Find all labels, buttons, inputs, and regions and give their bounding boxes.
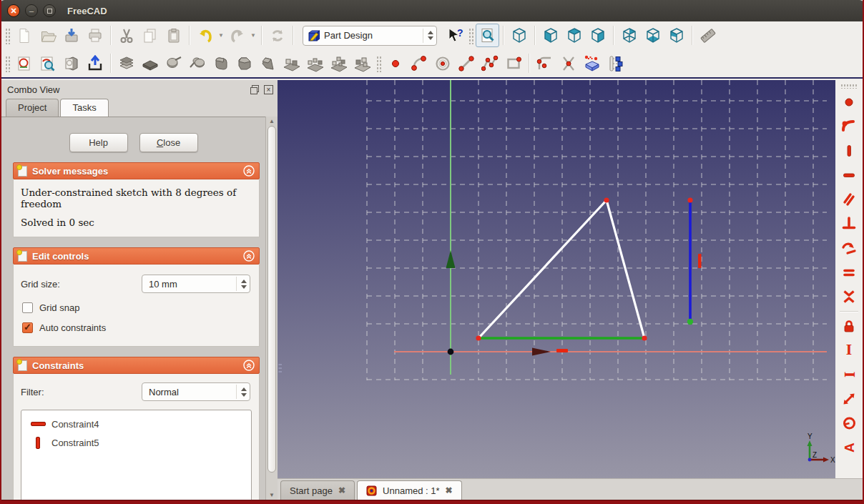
window-close-button[interactable]: ✕ — [7, 4, 20, 17]
sketch-circle-button[interactable] — [431, 51, 454, 75]
3d-viewport[interactable]: Y X Z — [278, 80, 835, 478]
toolbar-grip[interactable] — [468, 27, 474, 44]
constraint-horizontal-button[interactable] — [838, 164, 860, 186]
view-left-button[interactable] — [664, 24, 688, 47]
measure-distance-button[interactable] — [696, 24, 720, 47]
constraint-angle-button[interactable]: A — [838, 437, 860, 458]
workbench-selector-arrows[interactable] — [423, 29, 433, 43]
constraint-parallel-button[interactable] — [838, 189, 860, 210]
undo-button[interactable] — [193, 24, 217, 47]
constraint-distance-x-button[interactable]: I — [838, 364, 860, 385]
refresh-button[interactable] — [265, 24, 289, 47]
view-sketch-button[interactable] — [59, 51, 83, 75]
paste-button[interactable] — [162, 24, 185, 47]
mirrored-button[interactable] — [280, 51, 303, 75]
constraint-radius-button[interactable] — [838, 412, 860, 434]
scroll-up-arrow[interactable]: ▲ — [266, 118, 278, 124]
vertical-constraint-marker[interactable] — [698, 254, 702, 268]
auto-constraints-checkbox[interactable] — [22, 322, 33, 333]
tasks-scrollbar[interactable]: ▲ ▼ — [265, 117, 278, 500]
view-right-button[interactable] — [586, 24, 609, 47]
panel-close-icon[interactable]: × — [264, 85, 273, 94]
constraint-vertical-button[interactable] — [838, 140, 860, 162]
leave-sketch-button[interactable] — [83, 51, 107, 75]
sketch-vertex-selected[interactable] — [687, 319, 693, 325]
undo-dropdown-arrow[interactable]: ▼ — [217, 25, 225, 46]
toolbar-grip[interactable] — [4, 27, 11, 44]
window-minimize-button[interactable]: – — [25, 4, 38, 17]
horizontal-constraint-marker[interactable] — [556, 349, 568, 352]
sketch-vertex[interactable] — [642, 335, 647, 340]
print-button[interactable] — [83, 24, 107, 47]
tab-start-page[interactable]: Start page ✖ — [280, 480, 355, 500]
save-file-button[interactable] — [59, 24, 83, 47]
grid-size-spinbox[interactable]: 10 mm — [142, 275, 250, 293]
panel-float-icon[interactable] — [250, 85, 260, 94]
new-file-button[interactable] — [12, 24, 36, 47]
list-item-constraint4[interactable]: Constraint4 — [21, 415, 251, 433]
sketch-vertex[interactable] — [687, 197, 692, 202]
scroll-down-arrow[interactable]: ▼ — [266, 492, 278, 498]
sketch-line-button[interactable] — [454, 51, 478, 75]
collapse-icon[interactable] — [243, 250, 255, 262]
groove-button[interactable] — [185, 51, 209, 75]
constraint-distance-y-button[interactable]: I — [838, 340, 860, 361]
constraint-perpendicular-button[interactable] — [838, 213, 860, 234]
origin-point[interactable] — [448, 349, 454, 355]
sketch-reorient-button[interactable] — [604, 51, 627, 75]
view-front-button[interactable] — [539, 24, 562, 47]
constraint-equal-button[interactable] — [838, 262, 860, 283]
scrollbar-thumb[interactable] — [267, 126, 276, 473]
redo-button[interactable] — [225, 24, 249, 47]
multitransform-button[interactable] — [350, 51, 374, 75]
view-top-button[interactable] — [562, 24, 586, 47]
whats-this-button[interactable]: ? — [443, 24, 466, 47]
close-button[interactable]: Close — [139, 133, 198, 152]
tab-close-icon[interactable]: ✖ — [338, 485, 345, 495]
sketch-point-button[interactable] — [383, 51, 407, 75]
copy-button[interactable] — [138, 24, 162, 47]
redo-dropdown-arrow[interactable]: ▼ — [249, 25, 257, 46]
tab-tasks[interactable]: Tasks — [60, 99, 108, 117]
constraint-lock-button[interactable] — [838, 315, 860, 337]
cut-button[interactable] — [114, 24, 138, 47]
view-axonometric-button[interactable] — [507, 24, 531, 47]
open-file-button[interactable] — [36, 24, 59, 47]
sketch-fillet-button[interactable] — [533, 51, 556, 75]
sketch-trim-button[interactable] — [556, 51, 580, 75]
fillet-button[interactable] — [209, 51, 232, 75]
edit-sketch-button[interactable] — [36, 51, 59, 75]
view-rear-button[interactable] — [617, 24, 641, 47]
sketch-vertex[interactable] — [476, 335, 481, 340]
pad-button[interactable] — [114, 51, 138, 75]
constraint-filter-select[interactable]: Normal — [142, 382, 250, 401]
tab-unnamed-document[interactable]: Unnamed : 1* ✖ — [357, 480, 462, 500]
revolution-button[interactable] — [162, 51, 185, 75]
constraint-tangent-button[interactable] — [838, 237, 860, 259]
sketch-arc-button[interactable] — [407, 51, 431, 75]
sketch-rectangle-button[interactable] — [501, 51, 525, 75]
pocket-button[interactable] — [138, 51, 162, 75]
draft-button[interactable] — [256, 51, 280, 75]
toolbar-grip[interactable] — [840, 83, 858, 89]
tab-project[interactable]: Project — [6, 99, 59, 117]
new-sketch-button[interactable] — [12, 51, 36, 75]
collapse-icon[interactable] — [243, 165, 255, 177]
list-item-constraint5[interactable]: Constraint5 — [21, 433, 251, 452]
viewport-background[interactable] — [278, 80, 835, 478]
toolbar-grip[interactable] — [4, 55, 11, 72]
grid-snap-checkbox[interactable] — [22, 302, 33, 313]
sketch-vertex[interactable] — [604, 197, 609, 202]
constraint-point-on-object-button[interactable] — [838, 116, 860, 137]
tab-close-icon[interactable]: ✖ — [446, 485, 453, 495]
constraint-distance-button[interactable] — [838, 388, 860, 410]
workbench-selector[interactable]: Part Design — [303, 26, 437, 46]
window-maximize-button[interactable] — [43, 4, 56, 17]
chamfer-button[interactable] — [232, 51, 256, 75]
constraint-coincident-button[interactable] — [838, 92, 860, 113]
help-button[interactable]: Help — [69, 133, 128, 152]
sketch-polyline-button[interactable] — [478, 51, 501, 75]
view-bottom-button[interactable] — [641, 24, 664, 47]
fit-all-button[interactable] — [476, 24, 499, 47]
constraint-symmetric-button[interactable] — [838, 286, 860, 307]
